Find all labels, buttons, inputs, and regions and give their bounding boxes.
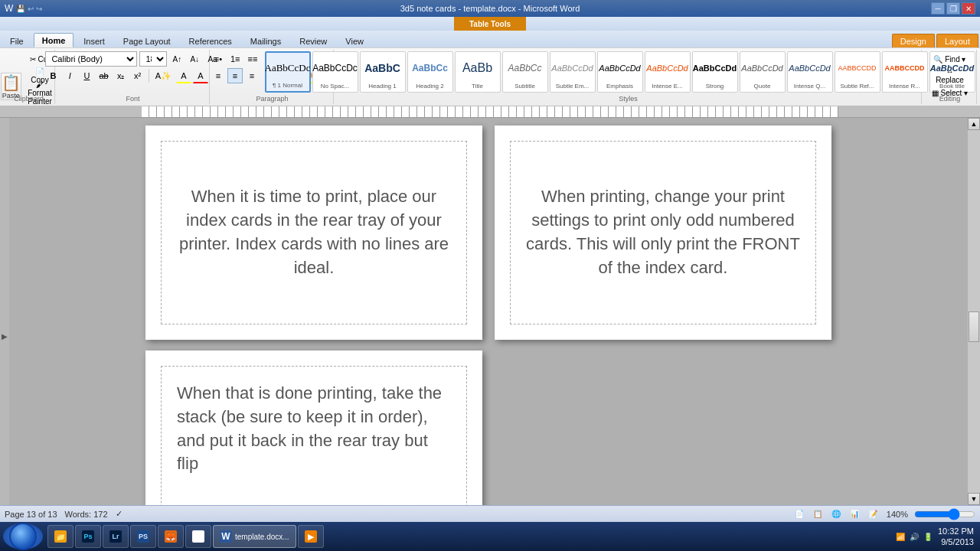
window-title: 3d5 note cards - template.docx - Microso… [400, 4, 580, 13]
tab-page-layout[interactable]: Page Layout [115, 34, 179, 47]
italic-button[interactable]: I [62, 68, 77, 83]
highlight-button[interactable]: A [176, 68, 191, 83]
align-left-button[interactable]: ≡ [211, 68, 226, 83]
card-2-text: When printing, change your print setting… [526, 185, 800, 279]
taskbar-pse[interactable]: PS [130, 525, 156, 548]
multilevel-button[interactable]: ≡≡ [245, 51, 261, 67]
styles-expand-button[interactable]: ▾ [977, 77, 981, 89]
taskbar-chrome[interactable]: ⊙ [185, 525, 211, 548]
ruler [142, 106, 838, 117]
text-effects-button[interactable]: A✨ [152, 68, 175, 83]
style-quote[interactable]: AaBbCcDd Quote [740, 51, 786, 93]
start-button[interactable] [3, 523, 43, 549]
tab-mailings[interactable]: Mailings [242, 34, 289, 47]
spell-check-icon[interactable]: ✓ [116, 509, 122, 519]
strikethrough-button[interactable]: ab [96, 68, 111, 83]
scroll-down-button[interactable]: ▼ [968, 493, 980, 505]
scrollbar-track[interactable] [968, 130, 980, 493]
restore-button[interactable]: ❐ [946, 2, 960, 15]
font-family-select[interactable]: Calibri (Body) [45, 51, 137, 67]
taskbar-vlc[interactable]: ▶ [298, 525, 324, 548]
index-card-2[interactable]: When printing, change your print setting… [510, 141, 816, 324]
card-3-text: When that is done printing, take the sta… [177, 382, 451, 476]
tray-volume-icon: 🔊 [909, 531, 920, 542]
style-title[interactable]: AaBb Title [455, 51, 501, 93]
explorer-icon: 📁 [54, 530, 67, 543]
index-card-3[interactable]: When that is done printing, take the sta… [161, 366, 467, 505]
style-heading1[interactable]: AaBbC Heading 1 [360, 51, 406, 93]
web-layout-view-button[interactable]: 🌐 [828, 508, 844, 520]
style-normal[interactable]: AaBbCcDc ¶ 1 Normal [265, 51, 311, 93]
taskbar-photoshop[interactable]: Ps [75, 525, 101, 548]
align-center-button[interactable]: ≡ [227, 68, 243, 83]
title-bar-controls: ─ ❐ ✕ [931, 2, 975, 15]
status-left: Page 13 of 13 Words: 172 ✓ [5, 509, 122, 519]
replace-button[interactable]: ↔ Replace [928, 68, 972, 83]
draft-view-button[interactable]: 📝 [865, 508, 880, 520]
scroll-up-button[interactable]: ▲ [968, 118, 980, 130]
taskbar-word[interactable]: W template.docx... [213, 525, 296, 548]
style-intense-em-label: Intense E... [652, 83, 682, 90]
styles-label: Styles [335, 95, 921, 103]
tab-insert[interactable]: Insert [75, 34, 113, 47]
ribbon-content: 📋 Paste ✂ Cut 📄 Copy 🖌 Format Painter Cl… [0, 47, 980, 106]
subscript-button[interactable]: x₂ [113, 68, 129, 83]
style-intense-em[interactable]: AaBbCcDd Intense E... [645, 51, 691, 93]
table-tools-tabs: Design Layout [892, 34, 980, 47]
style-emphasis[interactable]: AaBbCcDd Emphasis [597, 51, 643, 93]
taskbar-firefox[interactable]: 🦊 [158, 525, 184, 548]
scrollbar-thumb[interactable] [969, 311, 979, 342]
styles-up-button[interactable]: ▲ [977, 51, 981, 58]
tab-layout[interactable]: Layout [936, 34, 978, 47]
style-emphasis-label: Emphasis [606, 83, 633, 90]
bullets-button[interactable]: ≡• [211, 51, 226, 67]
font-size-select[interactable]: 18 [139, 51, 167, 67]
style-strong[interactable]: AaBbCcDd Strong [692, 51, 738, 93]
lightroom-icon: Lr [109, 530, 122, 543]
font-separator [149, 69, 149, 83]
style-subtitle[interactable]: AaBbCc Subtitle [502, 51, 548, 93]
style-heading2[interactable]: AaBbCc Heading 2 [407, 51, 453, 93]
styles-down-button[interactable]: ▼ [977, 61, 981, 73]
sidebar-toggle[interactable]: ▶ [1, 332, 8, 340]
style-intense-q[interactable]: AaBbCcDd Intense Q... [787, 51, 833, 93]
tab-review[interactable]: Review [291, 34, 335, 47]
taskbar-explorer[interactable]: 📁 [47, 525, 74, 548]
grow-font-button[interactable]: A↑ [169, 51, 185, 67]
tab-view[interactable]: View [337, 34, 372, 47]
tab-file[interactable]: File [2, 34, 32, 47]
close-button[interactable]: ✕ [962, 2, 975, 15]
ribbon-tabs-row: File Home Insert Page Layout References … [0, 31, 980, 47]
index-card-1[interactable]: When it is time to print, place our inde… [161, 141, 467, 324]
tray-battery-icon: 🔋 [923, 531, 933, 542]
style-subtitle-label: Subtitle [514, 83, 535, 90]
style-intense-r[interactable]: AaBbCcDd Intense R... [882, 51, 928, 93]
firefox-icon: 🦊 [165, 530, 177, 543]
find-button[interactable]: 🔍 Find ▾ [928, 51, 972, 67]
tray-icons: 📶 🔊 🔋 [895, 531, 933, 542]
tab-references[interactable]: References [181, 34, 240, 47]
superscript-button[interactable]: x² [130, 68, 145, 83]
full-screen-view-button[interactable]: 📋 [810, 508, 825, 520]
zoom-slider[interactable] [914, 510, 975, 519]
ribbon-group-editing: 🔍 Find ▾ ↔ Replace ▦ Select ▾ Editing [923, 50, 977, 104]
style-no-spacing[interactable]: AaBbCcDc No Spac... [312, 51, 358, 93]
underline-button[interactable]: U [79, 68, 94, 83]
taskbar-lightroom[interactable]: Lr [103, 525, 129, 548]
minimize-button[interactable]: ─ [931, 2, 945, 15]
print-layout-view-button[interactable]: 📄 [792, 508, 807, 520]
style-heading1-label: Heading 1 [368, 83, 396, 90]
word-taskbar-icon: W [220, 530, 232, 543]
style-subtle-ref[interactable]: AaBbCcDd Subtle Ref... [835, 51, 880, 93]
font-color-button[interactable]: A [193, 68, 208, 83]
outline-view-button[interactable]: 📊 [847, 508, 862, 520]
tab-home[interactable]: Home [34, 33, 74, 47]
start-orb [9, 523, 37, 550]
bold-button[interactable]: B [45, 68, 60, 83]
shrink-font-button[interactable]: A↓ [187, 51, 202, 67]
table-tools-label: Table Tools [454, 17, 526, 31]
tab-design[interactable]: Design [892, 34, 935, 47]
style-subtle-em[interactable]: AaBbCcDd Subtle Em... [550, 51, 596, 93]
numbering-button[interactable]: 1≡ [227, 51, 243, 67]
align-right-button[interactable]: ≡ [244, 68, 260, 83]
